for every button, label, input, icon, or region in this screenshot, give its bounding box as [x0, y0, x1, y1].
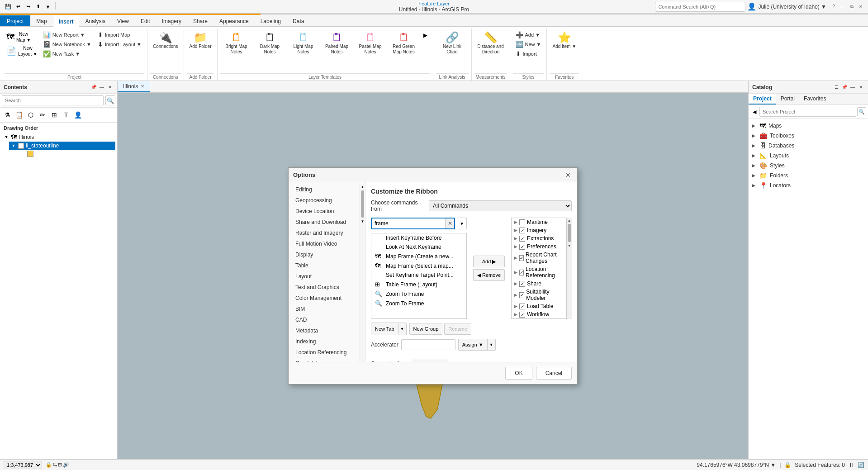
sidebar-item-editing[interactable]: Editing	[289, 184, 360, 195]
tree-item-illinois[interactable]: ▼ 🗺 Illinois	[2, 133, 115, 142]
command-zoom-to-frame-1[interactable]: 🔍 Zoom To Frame	[371, 289, 466, 299]
import-map-button[interactable]: ⬇ Import Map	[95, 30, 144, 39]
catalog-tab-portal[interactable]: Portal	[776, 94, 799, 104]
catalog-back-button[interactable]: ◀	[750, 108, 759, 116]
rt-expand-share[interactable]: ▶	[514, 281, 517, 286]
new-link-chart-button[interactable]: 🔗 New Link Chart	[436, 30, 469, 57]
scale-nav-icon[interactable]: ⇆	[53, 462, 57, 468]
rt-item-load-table[interactable]: ▶ ✓ Load Table	[512, 302, 566, 310]
help-button[interactable]: ?	[830, 3, 837, 10]
new-map-button[interactable]: 🗺 New Map ▼	[5, 30, 39, 44]
command-look-at-next-keyframe[interactable]: Look At Next Keyframe	[371, 242, 466, 252]
tab-analysis[interactable]: Analysis	[79, 15, 111, 26]
rt-check-report-chart[interactable]: ✓	[519, 255, 524, 261]
map-tab-illinois[interactable]: Illinois ✕	[118, 81, 150, 92]
tab-view[interactable]: View	[111, 15, 135, 26]
map-tab-close[interactable]: ✕	[141, 84, 144, 89]
catalog-tab-project[interactable]: Project	[749, 94, 776, 104]
bright-map-notes-button[interactable]: 🗒 Bright Map Notes	[220, 30, 253, 57]
rt-item-extractions[interactable]: ▶ ✓ Extractions	[512, 234, 566, 242]
catalog-search-input[interactable]	[759, 107, 856, 117]
scale-select[interactable]: 1:3,473,987	[4, 461, 42, 469]
catalog-tab-favorites[interactable]: Favorites	[799, 94, 830, 104]
modal-sidebar-scrollbar[interactable]: ▲ ▼	[360, 184, 365, 362]
command-search-input[interactable]	[655, 2, 745, 12]
search-clear-button[interactable]: ✕	[445, 218, 454, 229]
stateoutline-checkbox[interactable]: ✓	[18, 143, 24, 149]
sidebar-item-cad[interactable]: CAD	[289, 314, 360, 325]
person-icon[interactable]: 👤	[72, 109, 83, 120]
qa-up[interactable]: ⬆	[33, 2, 43, 11]
paired-map-notes-button[interactable]: 🗒 Paired Map Notes	[321, 30, 353, 57]
connections-button[interactable]: 🔌 Connections	[150, 30, 181, 51]
cat-item-locators[interactable]: ▶ 📍 Locators	[750, 180, 866, 190]
catalog-menu[interactable]: ☰	[833, 84, 840, 91]
command-map-frame-select[interactable]: 🗺 Map Frame (Select a map...	[371, 261, 466, 271]
qa-undo[interactable]: ↩	[14, 2, 23, 11]
rt-item-imagery[interactable]: ▶ ✓ Imagery	[512, 226, 566, 234]
layouts-expand[interactable]: ▶	[752, 153, 757, 158]
tab-share[interactable]: Share	[187, 15, 213, 26]
new-notebook-button[interactable]: 📓 New Notebook ▼	[40, 40, 94, 49]
pastel-map-notes-button[interactable]: 🗒 Pastel Map Notes	[354, 30, 387, 57]
new-style-button[interactable]: 🆕 New ▼	[513, 40, 544, 49]
rt-check-extractions[interactable]: ✓	[519, 236, 525, 242]
rt-expand-extractions[interactable]: ▶	[514, 236, 517, 241]
scale-lock-icon[interactable]: 🔒	[46, 462, 52, 468]
qa-save[interactable]: 💾	[4, 2, 13, 11]
sidebar-item-raster[interactable]: Raster and Imagery	[289, 228, 360, 238]
assign-dropdown[interactable]: ▼	[487, 339, 495, 350]
rt-check-workflow[interactable]: ✓	[519, 312, 525, 318]
rt-expand-loc-referencing[interactable]: ▶	[514, 270, 517, 275]
rt-item-suitability[interactable]: ▶ ✓ Suitability Modeler	[512, 288, 566, 302]
rt-expand-preferences[interactable]: ▶	[514, 244, 517, 249]
contents-pin[interactable]: 📌	[90, 84, 97, 91]
add-style-button[interactable]: ➕ Add ▼	[513, 30, 544, 39]
illinois-expand[interactable]: ▼	[4, 134, 9, 140]
contents-search-input[interactable]	[2, 95, 104, 105]
filter-icon[interactable]: ⚗	[2, 109, 13, 120]
add-button[interactable]: Add ▶	[473, 256, 505, 267]
tab-data[interactable]: Data	[287, 15, 310, 26]
tree-scroll-up[interactable]: ▲	[567, 218, 572, 223]
command-insert-keyframe-before[interactable]: Insert Keyframe Before	[371, 233, 466, 242]
databases-expand[interactable]: ▶	[752, 143, 757, 148]
toolboxes-expand[interactable]: ▶	[752, 133, 757, 138]
edit-icon[interactable]: ✏	[37, 109, 48, 120]
search-dropdown-button[interactable]: ▼	[457, 218, 467, 229]
contents-close[interactable]: ✕	[106, 84, 114, 91]
refresh-icon[interactable]: 🔄	[858, 462, 864, 468]
rt-item-maritime[interactable]: ▶ Maritime	[512, 218, 566, 226]
tree-scrollbar[interactable]: ▲ ▼	[566, 218, 572, 319]
cat-item-maps[interactable]: ▶ 🗺 Maps	[750, 121, 866, 131]
qa-redo[interactable]: ↪	[24, 2, 33, 11]
sidebar-item-loc-ref[interactable]: Location Referencing	[289, 347, 360, 358]
sidebar-item-device-location[interactable]: Device Location	[289, 206, 360, 217]
rt-check-suitability[interactable]: ✓	[519, 292, 524, 298]
catalog-pin[interactable]: 📌	[841, 84, 848, 91]
red-green-map-notes-button[interactable]: 🗒 Red Green Map Notes	[388, 30, 420, 57]
more-templates-button[interactable]: ▶	[421, 30, 430, 40]
sidebar-item-metadata[interactable]: Metadata	[289, 325, 360, 336]
new-layout-button[interactable]: 📄 New Layout ▼	[5, 44, 39, 58]
command-map-frame-create[interactable]: 🗺 Map Frame (Create a new...	[371, 252, 466, 261]
grid-icon[interactable]: ⊞	[49, 109, 60, 120]
stateoutline-expand[interactable]: ▼	[11, 143, 16, 148]
sidebar-item-table[interactable]: Table	[289, 260, 360, 271]
rt-check-imagery[interactable]: ✓	[519, 228, 525, 233]
rt-item-share[interactable]: ▶ ✓ Share	[512, 280, 566, 288]
command-set-keyframe-target[interactable]: Set Keyframe Target Point...	[371, 271, 466, 280]
close-button[interactable]: ✕	[857, 3, 864, 10]
new-tab-button[interactable]: New Tab	[371, 323, 398, 335]
sidebar-scroll-up[interactable]: ▲	[360, 184, 365, 190]
cat-item-toolboxes[interactable]: ▶ 🧰 Toolboxes	[750, 131, 866, 141]
rt-check-maritime[interactable]	[519, 219, 525, 225]
rt-check-load-table[interactable]: ✓	[519, 304, 525, 309]
rt-item-loc-referencing[interactable]: ▶ ✓ Location Referencing	[512, 265, 566, 280]
rt-check-preferences[interactable]: ✓	[519, 244, 525, 250]
rt-item-preferences[interactable]: ▶ ✓ Preferences	[512, 242, 566, 251]
list-icon[interactable]: 📋	[14, 109, 24, 120]
folders-expand[interactable]: ▶	[752, 173, 757, 178]
polygon-icon[interactable]: ⬡	[25, 109, 36, 120]
cat-item-folders[interactable]: ▶ 📁 Folders	[750, 171, 866, 180]
